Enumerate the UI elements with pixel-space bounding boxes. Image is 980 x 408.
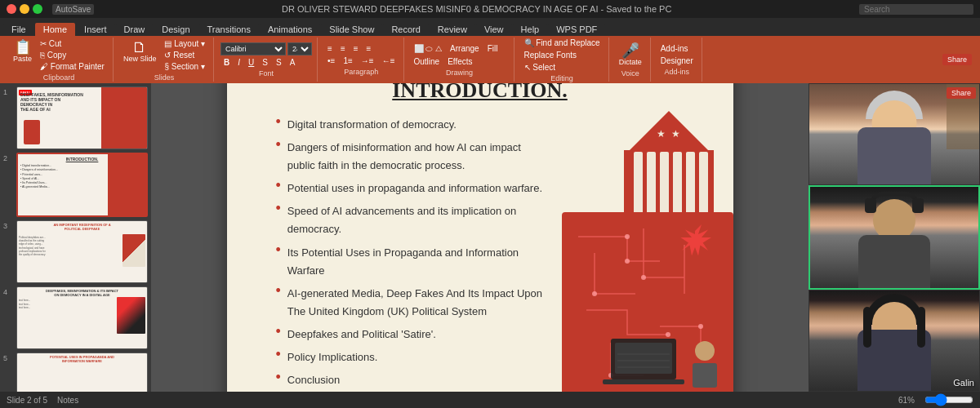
bullet-dot-4: • [276, 201, 281, 215]
italic-button[interactable]: I [234, 57, 243, 68]
font-size-select[interactable]: 24 [287, 42, 312, 55]
slide-thumb-3[interactable]: 3 AN IMPORTANT REDEFINITION OF APOLITICA… [3, 220, 148, 283]
status-bar: Slide 2 of 5 Notes 61% [0, 392, 980, 408]
bullet-text-3: Potential uses in propaganda and informa… [287, 180, 542, 197]
paragraph-group: ≡ ≡ ≡ ≡ •≡ 1≡ →≡ ←≡ Paragraph [319, 38, 403, 82]
bullets-button[interactable]: •≡ [324, 55, 338, 66]
tab-slideshow[interactable]: Slide Show [321, 23, 382, 36]
tab-wpspdf[interactable]: WPS PDF [548, 23, 605, 36]
shapes-button[interactable]: ⬜ ⬭ △ [411, 43, 446, 55]
bullet-dot-7: • [276, 324, 281, 339]
video-person-1: Share [809, 84, 979, 184]
bullet-6: • AI-generated Media, Deep Fakes And Its… [276, 285, 552, 321]
video-tile-1: Share [808, 83, 980, 185]
justify-button[interactable]: ≡ [363, 43, 375, 54]
arrange-button[interactable]: Arrange [447, 43, 483, 55]
underline-button[interactable]: U [245, 57, 257, 68]
shape-fill-button[interactable]: Fill [484, 43, 501, 55]
drawing-group: ⬜ ⬭ △ Arrange Fill Outline Effects Drawi… [406, 38, 514, 82]
designer-button[interactable]: Designer [657, 55, 697, 66]
shape-outline-button[interactable]: Outline [411, 56, 443, 67]
zoom-slider[interactable] [924, 396, 973, 404]
bullet-dot-3: • [276, 178, 281, 193]
paste-button[interactable]: 📋 Paste [10, 38, 35, 72]
bullet-text-7: Deepfakes and Political 'Satire'. [287, 326, 436, 344]
format-painter-button[interactable]: 🖌 Format Painter [37, 61, 108, 72]
svg-point-14 [592, 291, 597, 296]
slide-img-5: POTENTIAL USES IN PROPAGANDA ANDINFORMAT… [16, 353, 148, 392]
tab-view[interactable]: View [476, 23, 512, 36]
tab-design[interactable]: Design [154, 23, 198, 36]
tab-record[interactable]: Record [383, 23, 428, 36]
slide-panel: 1 FAKE! DEEPFAKES, MISINFORMATIONAND ITS… [0, 83, 151, 392]
indent-button[interactable]: →≡ [358, 55, 377, 66]
align-left-button[interactable]: ≡ [324, 43, 336, 54]
bold-button[interactable]: B [220, 57, 233, 68]
tab-help[interactable]: Help [513, 23, 548, 36]
svg-rect-26 [693, 363, 717, 388]
svg-rect-6 [686, 152, 695, 217]
voice-group: 🎤 Dictate Voice [611, 38, 651, 82]
slide-main[interactable]: INTRODUCTION. • Digital transformation o… [151, 83, 808, 392]
center-button[interactable]: ≡ [337, 43, 349, 54]
strikethrough-button[interactable]: S [259, 57, 271, 68]
video-person-3: Galin [809, 290, 979, 391]
paste-icon: 📋 [14, 40, 32, 55]
new-slide-button[interactable]: 🗋 New Slide [120, 38, 160, 72]
tab-draw[interactable]: Draw [116, 23, 154, 36]
svg-text:★: ★ [671, 128, 680, 140]
svg-point-18 [698, 324, 703, 329]
numbering-button[interactable]: 1≡ [340, 55, 355, 66]
ribbon-tabs: File Home Insert Draw Design Transitions… [0, 18, 980, 36]
bullet-text-6: AI-generated Media, Deep Fakes And Its I… [287, 285, 551, 321]
slide-thumb-5[interactable]: 5 POTENTIAL USES IN PROPAGANDA ANDINFORM… [3, 353, 148, 392]
slide-thumb-2[interactable]: 2 INTRODUCTION. • Digital transformation… [3, 153, 148, 217]
bullet-8: • Policy Implications. [276, 348, 552, 366]
dictate-button[interactable]: 🎤 Dictate [616, 42, 645, 68]
search-input[interactable] [859, 4, 973, 15]
shape-effects-button[interactable]: Effects [444, 56, 475, 67]
slide-thumb-1[interactable]: 1 FAKE! DEEPFAKES, MISINFORMATIONAND ITS… [3, 86, 148, 149]
font-color-button[interactable]: A [287, 57, 299, 68]
zoom-level: 61% [898, 396, 915, 405]
tab-insert[interactable]: Insert [76, 23, 115, 36]
shadow-button[interactable]: S [273, 57, 285, 68]
tab-transitions[interactable]: Transitions [199, 23, 259, 36]
share-button[interactable]: Share [942, 54, 972, 65]
tab-animations[interactable]: Animations [260, 23, 320, 36]
align-right-button[interactable]: ≡ [350, 43, 362, 54]
maximize-btn[interactable] [33, 4, 42, 14]
bullet-2: • Dangers of misinformation and how AI c… [276, 139, 552, 175]
video-tile-2 [808, 185, 980, 289]
copy-button[interactable]: ⎘ Copy [37, 50, 108, 60]
reset-button[interactable]: ↺ Reset [161, 50, 208, 60]
window-controls[interactable] [7, 4, 42, 14]
video-tile-3: Galin [808, 290, 980, 392]
replace-fonts-button[interactable]: Replace Fonts [521, 50, 604, 60]
notes-button[interactable]: Notes [57, 396, 78, 405]
svg-rect-4 [660, 152, 669, 217]
svg-rect-21 [603, 379, 684, 384]
circuit-svg [562, 212, 733, 392]
slide-img-3: AN IMPORTANT REDEFINITION OF APOLITICAL … [16, 220, 148, 283]
layout-button[interactable]: ▤ Layout ▾ [161, 38, 208, 49]
video-panel: Share [808, 83, 980, 392]
cut-button[interactable]: ✂ Cut [37, 38, 108, 49]
tab-home[interactable]: Home [35, 23, 75, 36]
bullet-text-9: Conclusion [287, 371, 340, 389]
select-button[interactable]: ↖ Select [521, 62, 604, 73]
section-button[interactable]: § Section ▾ [161, 61, 208, 72]
clipboard-group: 📋 Paste ✂ Cut ⎘ Copy 🖌 Format Painter Cl… [5, 38, 114, 82]
find-replace-button[interactable]: 🔍 Find and Replace [521, 38, 604, 48]
slide-thumb-4[interactable]: 4 DEEPFAKES, MISINFORMATION & ITS IMPACT… [3, 286, 148, 349]
font-family-select[interactable]: Calibri [220, 42, 286, 55]
share-btn-1[interactable]: Share [947, 87, 976, 99]
addins-button[interactable]: Add-ins [657, 43, 697, 54]
minimize-btn[interactable] [20, 4, 29, 14]
close-btn[interactable] [7, 4, 16, 14]
bullet-3: • Potential uses in propaganda and infor… [276, 180, 552, 197]
bullet-dot-6: • [276, 283, 281, 298]
tab-file[interactable]: File [3, 23, 34, 36]
outdent-button[interactable]: ←≡ [379, 55, 399, 66]
tab-review[interactable]: Review [430, 23, 475, 36]
